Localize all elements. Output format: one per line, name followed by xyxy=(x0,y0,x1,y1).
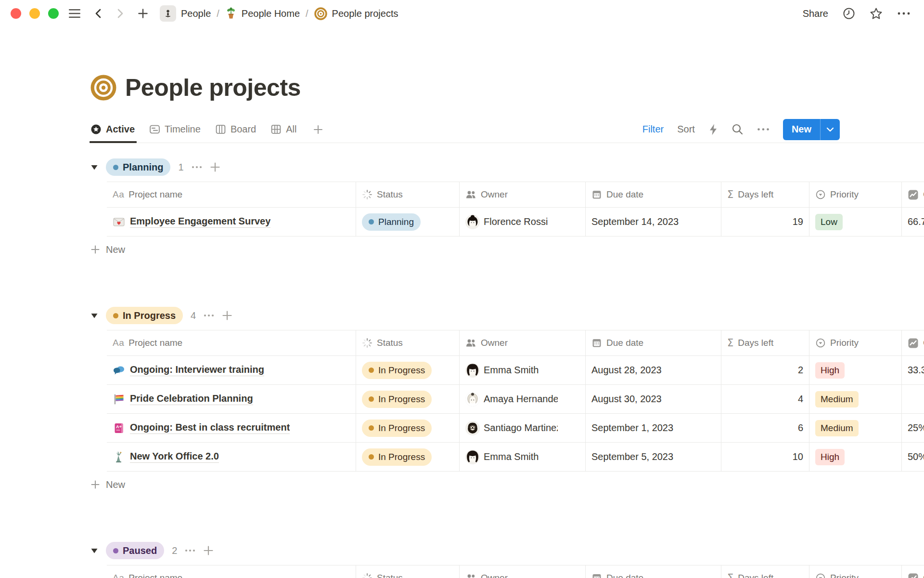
column-header-due-date[interactable]: Due date xyxy=(585,565,721,578)
new-row-button[interactable]: New xyxy=(90,236,924,263)
project-link[interactable]: New York Office 2.0 xyxy=(130,451,219,463)
back-icon[interactable] xyxy=(93,8,103,19)
collapse-triangle-icon[interactable] xyxy=(90,313,98,319)
column-header-status[interactable]: Status xyxy=(356,565,459,578)
column-header-priority[interactable]: Priority xyxy=(809,330,901,355)
group-add-icon[interactable] xyxy=(210,162,220,172)
status-badge[interactable]: In Progress xyxy=(362,448,432,466)
project-name-cell[interactable]: New York Office 2.0 xyxy=(107,443,356,471)
workspace-icon[interactable] xyxy=(160,5,176,22)
column-header-priority[interactable]: Priority xyxy=(809,182,901,207)
status-cell[interactable]: Planning xyxy=(356,208,459,236)
project-name-cell[interactable]: Ongoing: Interviewer training xyxy=(107,356,356,384)
owner-cell[interactable]: Santiago Martinez xyxy=(459,414,585,442)
column-header-status[interactable]: Status xyxy=(356,182,459,207)
close-window-button[interactable] xyxy=(11,8,21,19)
owner-cell[interactable]: Emma Smith xyxy=(459,356,585,384)
status-badge[interactable]: In Progress xyxy=(362,362,432,379)
page-target-icon[interactable] xyxy=(90,75,116,101)
column-header-project-name[interactable]: Aa Project name xyxy=(107,565,356,578)
sidebar-menu-icon[interactable] xyxy=(68,8,81,19)
breadcrumb-item-people-home[interactable]: People Home xyxy=(242,8,300,19)
days-left-cell[interactable]: 4 xyxy=(721,385,809,413)
breadcrumb-item-people-projects[interactable]: People projects xyxy=(332,8,398,19)
completion-cell[interactable]: 50% xyxy=(901,443,924,471)
status-badge[interactable]: In Progress xyxy=(362,420,432,437)
project-link[interactable]: Ongoing: Best in class recruitment xyxy=(130,422,290,434)
group-tag[interactable]: In Progress xyxy=(106,307,183,324)
status-cell[interactable]: In Progress xyxy=(356,356,459,384)
completion-cell[interactable]: 25% xyxy=(901,414,924,442)
priority-cell[interactable]: Medium xyxy=(809,414,901,442)
group-add-icon[interactable] xyxy=(203,545,214,556)
days-left-cell[interactable]: 2 xyxy=(721,356,809,384)
table-row[interactable]: Ongoing: Interviewer training In Progres… xyxy=(107,356,924,385)
column-header-days-left[interactable]: Σ Days left xyxy=(721,330,809,355)
status-cell[interactable]: In Progress xyxy=(356,385,459,413)
group-options-icon[interactable] xyxy=(185,549,195,552)
status-badge[interactable]: In Progress xyxy=(362,391,432,408)
due-date-cell[interactable]: August 28, 2023 xyxy=(585,356,721,384)
collapse-triangle-icon[interactable] xyxy=(90,164,98,171)
status-badge[interactable]: Planning xyxy=(362,213,421,231)
column-header-priority[interactable]: Priority xyxy=(809,565,901,578)
project-link[interactable]: Employee Engagement Survey xyxy=(130,216,270,228)
automations-bolt-icon[interactable] xyxy=(708,123,718,136)
due-date-cell[interactable]: September 5, 2023 xyxy=(585,443,721,471)
column-header-due-date[interactable]: Due date xyxy=(585,330,721,355)
project-name-cell[interactable]: Pride Celebration Planning xyxy=(107,385,356,413)
priority-cell[interactable]: Low xyxy=(809,208,901,236)
due-date-cell[interactable]: September 1, 2023 xyxy=(585,414,721,442)
collapse-triangle-icon[interactable] xyxy=(90,548,98,554)
completion-cell[interactable]: 33.3% xyxy=(901,356,924,384)
priority-cell[interactable]: High xyxy=(809,356,901,384)
updates-clock-icon[interactable] xyxy=(843,7,855,20)
tab-all[interactable]: All xyxy=(270,116,296,143)
column-header-status[interactable]: Status xyxy=(356,330,459,355)
group-add-icon[interactable] xyxy=(222,310,232,321)
group-tag[interactable]: Planning xyxy=(106,158,170,176)
project-name-cell[interactable]: A+ Ongoing: Best in class recruitment xyxy=(107,414,356,442)
priority-badge[interactable]: Low xyxy=(815,214,843,230)
tab-board[interactable]: Board xyxy=(215,116,256,143)
completion-cell[interactable]: 66.7% xyxy=(901,208,924,236)
column-header-days-left[interactable]: Σ Days left xyxy=(721,182,809,207)
priority-badge[interactable]: High xyxy=(815,362,845,379)
days-left-cell[interactable]: 6 xyxy=(721,414,809,442)
priority-badge[interactable]: Medium xyxy=(815,420,859,436)
owner-cell[interactable]: Emma Smith xyxy=(459,443,585,471)
share-button[interactable]: Share xyxy=(803,8,828,19)
column-header-owner[interactable]: Owner xyxy=(459,330,585,355)
status-cell[interactable]: In Progress xyxy=(356,414,459,442)
tab-timeline[interactable]: Timeline xyxy=(149,116,201,143)
days-left-cell[interactable]: 10 xyxy=(721,443,809,471)
project-link[interactable]: Pride Celebration Planning xyxy=(130,393,253,405)
table-row[interactable]: Pride Celebration Planning In Progress A… xyxy=(107,385,924,414)
priority-badge[interactable]: Medium xyxy=(815,391,859,407)
new-record-button[interactable]: New xyxy=(783,119,840,140)
column-header-owner[interactable]: Owner xyxy=(459,182,585,207)
group-options-icon[interactable] xyxy=(204,314,214,317)
owner-cell[interactable]: Florence Rossi xyxy=(459,208,585,236)
sort-button[interactable]: Sort xyxy=(677,124,695,135)
minimize-window-button[interactable] xyxy=(29,8,40,19)
group-options-icon[interactable] xyxy=(192,166,202,169)
priority-cell[interactable]: Medium xyxy=(809,385,901,413)
column-header-due-date[interactable]: Due date xyxy=(585,182,721,207)
project-link[interactable]: Ongoing: Interviewer training xyxy=(130,364,264,376)
priority-cell[interactable]: High xyxy=(809,443,901,471)
column-header-owner[interactable]: Owner xyxy=(459,565,585,578)
favorite-star-icon[interactable] xyxy=(870,7,883,20)
column-header-project-name[interactable]: Aa Project name xyxy=(107,182,356,207)
forward-icon[interactable] xyxy=(116,8,125,19)
owner-cell[interactable]: Amaya Hernandez xyxy=(459,385,585,413)
column-header-completion[interactable]: Completion xyxy=(901,330,924,355)
page-title[interactable]: People projects xyxy=(125,74,301,102)
breadcrumb-item-people[interactable]: People xyxy=(181,8,211,19)
status-cell[interactable]: In Progress xyxy=(356,443,459,471)
priority-badge[interactable]: High xyxy=(815,449,845,465)
column-header-project-name[interactable]: Aa Project name xyxy=(107,330,356,355)
column-header-completion[interactable]: Completion xyxy=(901,565,924,578)
table-row[interactable]: New York Office 2.0 In Progress Emma Smi… xyxy=(107,443,924,472)
days-left-cell[interactable]: 19 xyxy=(721,208,809,236)
